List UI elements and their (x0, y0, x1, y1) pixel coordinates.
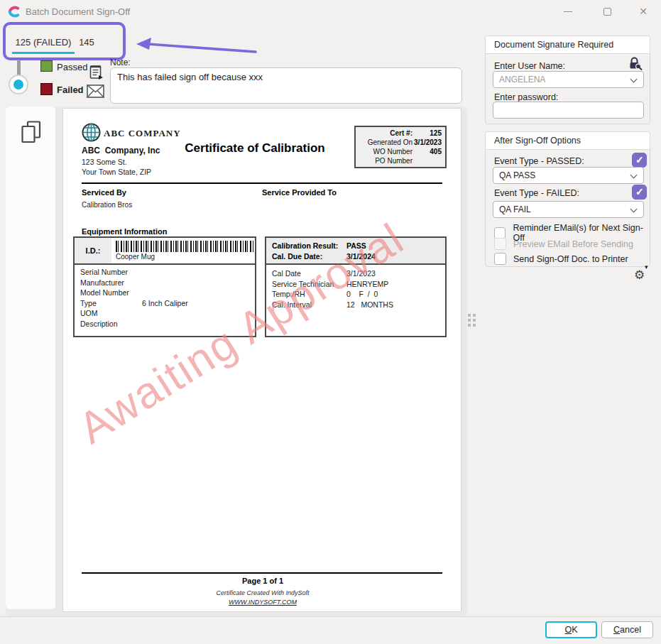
header-divider (82, 182, 442, 184)
equipment-information-label: Equipment Information (82, 227, 167, 236)
event-type-failed-value: QA FAIL (493, 202, 643, 217)
table-row: Cal. Interval12 MONTHS (272, 300, 439, 310)
failed-label: Failed (57, 84, 84, 95)
annotation-arrow (136, 38, 258, 58)
row-value: 12 MONTHS (346, 300, 439, 310)
company-globe-logo-icon (82, 123, 101, 142)
table-row: Type6 Inch Caliper (75, 298, 255, 309)
username-value: ANGELENA (493, 72, 643, 87)
barcode (116, 241, 255, 252)
options-panel: After Sign-Off Options Event Type - PASS… (485, 131, 650, 267)
lock-key-icon (628, 56, 643, 71)
serviced-by-label: Serviced By (82, 188, 126, 197)
certificate-title: Certificate of Calibration (170, 141, 340, 155)
barcode-cell: Cooper Mug (111, 238, 255, 263)
cert-number-value: 125 (413, 129, 445, 138)
po-number-label: PO Number (356, 156, 413, 165)
cancel-button[interactable]: Cancel (601, 621, 653, 638)
table-row: UOM (75, 308, 255, 319)
row-label: Cal. Due Date: (272, 251, 346, 262)
send-to-printer-checkbox-row: Send Sign-Off Doc. to Printer (494, 253, 628, 265)
maximize-button[interactable] (596, 1, 618, 21)
footer-divider (82, 572, 442, 574)
username-select[interactable]: ANGELENA (493, 71, 644, 88)
row-label: Manufacturer (75, 278, 142, 288)
close-button[interactable]: ✕ (633, 1, 654, 21)
passed-label: Passed (57, 62, 87, 72)
annotation-highlight-box (3, 22, 126, 60)
table-row: Cal. Due Date:3/1/2024 (272, 251, 439, 262)
event-type-passed-checkbox[interactable] (632, 153, 647, 168)
note-field-container: This has failed sign off because xxx (110, 67, 462, 104)
document-slider-handle[interactable] (9, 75, 28, 94)
row-label: Cal Date (272, 268, 346, 279)
preview-email-checkbox-row: Preview EMail Before Sending (494, 238, 633, 250)
event-type-failed-select[interactable]: QA FAIL (493, 201, 644, 218)
company-logo-text: ABC COMPANY (104, 128, 181, 139)
company-name: ABC Company, Inc (82, 146, 160, 155)
table-row: Calibration Result:PASS (272, 241, 439, 251)
ok-button[interactable]: OK (545, 621, 597, 638)
cert-number-row: Cert #: 125 (356, 129, 445, 138)
row-value: 3/1/2024 (346, 251, 376, 262)
event-type-passed-value: QA PASS (493, 168, 643, 183)
preview-email-checkbox (494, 238, 506, 250)
username-label: Enter User Name: (494, 61, 565, 71)
pages-icon[interactable] (21, 121, 41, 143)
calibration-box: Calibration Result:PASS Cal. Due Date:3/… (265, 236, 447, 337)
page-thumbnail-sidebar (6, 107, 55, 609)
reminder-email-checkbox[interactable] (494, 227, 506, 239)
batch-sign-off-window: Batch Document Sign-Off ✕ 125 (FAILED) 1… (0, 0, 661, 644)
minimize-button[interactable] (557, 1, 579, 21)
wo-number-row: WO Number 405 (356, 147, 445, 156)
row-label: Type (75, 298, 142, 309)
row-label: Description (75, 319, 142, 329)
table-row: Model Number (75, 288, 255, 298)
minimize-icon (564, 11, 572, 12)
app-logo-icon (7, 5, 21, 18)
row-value (142, 278, 255, 288)
page-number: Page 1 of 1 (63, 577, 461, 585)
splitter-grip[interactable] (468, 314, 476, 327)
gear-dropdown-caret-icon[interactable]: ▾ (645, 263, 648, 271)
row-value: 3/1/2023 (346, 268, 439, 279)
table-row: Serial Number (75, 267, 255, 278)
calibration-box-header: Calibration Result:PASS Cal. Due Date:3/… (266, 238, 445, 265)
password-input[interactable] (493, 102, 643, 118)
event-type-passed-select[interactable]: QA PASS (493, 167, 644, 184)
password-field-container (493, 102, 644, 119)
created-with-text: Certificate Created With IndySoft (63, 589, 461, 596)
wo-number-value: 405 (413, 147, 445, 156)
row-label: Model Number (75, 288, 142, 298)
service-provided-to-label: Service Provided To (262, 188, 337, 197)
titlebar: Batch Document Sign-Off ✕ (0, 0, 661, 23)
row-label: Calibration Result: (272, 241, 346, 251)
close-icon: ✕ (639, 6, 648, 17)
generated-on-value: 3/1/2023 (413, 138, 445, 147)
equipment-box: I.D.: Cooper Mug Serial Number Manufactu… (73, 236, 256, 337)
passed-color-swatch (40, 60, 53, 72)
settings-gear-icon[interactable]: ⚙ (634, 268, 645, 282)
preview-email-label: Preview EMail Before Sending (513, 239, 633, 249)
generated-on-label: Generated On (356, 138, 413, 147)
send-to-printer-label: Send Sign-Off Doc. to Printer (513, 254, 628, 264)
event-type-failed-checkbox[interactable] (632, 185, 647, 200)
send-to-printer-checkbox[interactable] (494, 253, 506, 265)
window-title: Batch Document Sign-Off (26, 0, 130, 23)
failed-color-swatch (40, 83, 53, 95)
row-label: Temp./RH (272, 289, 346, 300)
row-label: Service Technician (272, 279, 346, 290)
note-icon[interactable] (89, 65, 104, 80)
bottom-separator (0, 616, 661, 617)
signature-panel: Document Signature Required Enter User N… (485, 36, 650, 124)
row-value (142, 288, 255, 298)
email-icon[interactable] (87, 84, 104, 98)
row-value: PASS (346, 241, 366, 251)
row-value: HENRYEMP (346, 279, 439, 290)
password-label: Enter password: (494, 92, 558, 102)
note-input[interactable]: This has failed sign off because xxx (111, 68, 461, 103)
calibration-box-body: Cal Date3/1/2023 Service TechnicianHENRY… (266, 265, 445, 310)
generated-on-row: Generated On 3/1/2023 (356, 138, 445, 147)
row-label: UOM (75, 308, 142, 319)
equipment-box-header: I.D.: Cooper Mug (75, 238, 255, 265)
